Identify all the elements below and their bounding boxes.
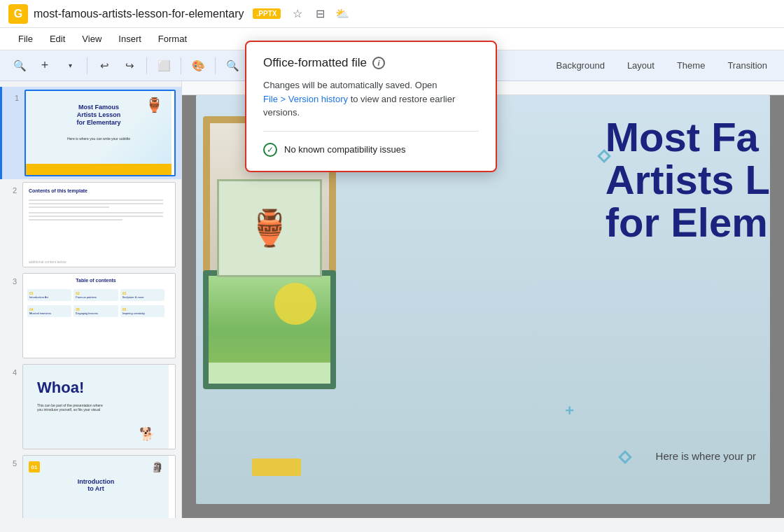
thumb-2-content: Contents of this template additional con…	[23, 183, 169, 267]
popover-title-container: Office-formatted file i	[263, 56, 479, 70]
paint-button[interactable]: 🎨	[187, 55, 209, 77]
popover-title-text: Office-formatted file	[263, 56, 367, 70]
theme-button[interactable]: Theme	[668, 57, 713, 74]
print-button[interactable]: ⬜	[153, 55, 175, 77]
slide-item-2[interactable]: 2 Contents of this template additional c…	[0, 179, 181, 270]
thumb-1-bar	[26, 164, 172, 175]
slides-panel: 1 Most FamousArtists Lessonfor Elementar…	[0, 81, 182, 518]
thumb-1-content: Most FamousArtists Lessonfor Elementary …	[26, 91, 172, 175]
popover-body-text-1: Changes will be automatically saved. Ope…	[263, 80, 438, 90]
thumb-1-subtitle: Here is where you can write your subtitl…	[64, 136, 134, 141]
thumb-4-title: Whoa!	[37, 379, 84, 397]
dropdown-button[interactable]: ▾	[59, 55, 81, 77]
top-bar: G most-famous-artists-lesson-for-element…	[0, 0, 784, 28]
slide-number-1: 1	[8, 94, 19, 102]
slide-item-5[interactable]: 5 01 Introductionto Art 🗿	[0, 452, 181, 518]
thumb-2-bottom: additional content below	[29, 260, 163, 264]
office-format-popover: Office-formatted file i Changes will be …	[245, 41, 497, 172]
thumb-2-title: Contents of this template	[29, 188, 88, 193]
slide-number-4: 4	[6, 368, 17, 377]
thumb-1-deco: 🏺	[146, 97, 163, 113]
popover-body: Changes will be automatically saved. Ope…	[263, 78, 479, 120]
menu-format[interactable]: Format	[151, 31, 194, 47]
pptx-badge: .PPTX	[253, 8, 281, 19]
thumb-3-title: Table of contents	[76, 278, 115, 283]
plus-deco: +	[565, 402, 574, 420]
slide-number-2: 2	[6, 186, 17, 195]
search-button[interactable]: 🔍	[8, 55, 31, 77]
add-button[interactable]: +	[34, 55, 56, 77]
thumb-5-deco: 🗿	[151, 461, 163, 472]
slide-number-3: 3	[6, 277, 17, 286]
toolbar-divider-3	[181, 57, 181, 74]
version-history-link[interactable]: File > Version history	[263, 94, 348, 104]
cloud-icon[interactable]: ⛅	[334, 6, 351, 22]
thumb-2-lines	[29, 200, 163, 223]
toolbar-divider-4	[215, 57, 216, 74]
slide-thumbnail-1: Most FamousArtists Lessonfor Elementary …	[24, 90, 176, 176]
info-icon: i	[372, 57, 385, 69]
undo-button[interactable]: ↩	[93, 55, 115, 77]
folder-icon[interactable]: ⊟	[312, 6, 328, 22]
slide-toolbar-right: Background Layout Theme Transition	[547, 57, 776, 74]
slide-number-5: 5	[6, 459, 17, 468]
thumb-1-title: Most FamousArtists Lessonfor Elementary	[57, 104, 141, 126]
popover-compat: ✓ No known compatibility issues	[263, 143, 479, 157]
thumb-4-text: This can be part of the presentation whe…	[37, 403, 107, 412]
compat-text: No known compatibility issues	[284, 144, 405, 155]
toolbar-divider-2	[146, 57, 147, 74]
thumb-4-content: Whoa! This can be part of the presentati…	[23, 365, 169, 449]
compat-icon: ✓	[263, 143, 277, 157]
menu-insert[interactable]: Insert	[111, 31, 148, 47]
slide-item-4[interactable]: 4 Whoa! This can be part of the presenta…	[0, 361, 181, 452]
art-frame-bottom	[203, 270, 336, 389]
app-icon: G	[8, 4, 28, 24]
vase-frame: 🏺	[217, 179, 322, 277]
thumb-3-grid: 01Introduction Art 02Famous painters 03S…	[27, 289, 164, 317]
menu-view[interactable]: View	[75, 31, 108, 47]
menu-edit[interactable]: Edit	[43, 31, 72, 47]
transition-button[interactable]: Transition	[719, 57, 776, 74]
thumb-4-deco: 🐕	[139, 426, 155, 442]
thumb-5-num: 01	[29, 461, 40, 472]
toolbar-divider-1	[87, 57, 88, 74]
slide-thumbnail-2: Contents of this template additional con…	[22, 182, 176, 267]
diamond-deco-2	[618, 450, 632, 464]
zoom-out-button[interactable]: 🔍	[221, 55, 244, 77]
file-name: most-famous-artists-lesson-for-elementar…	[34, 8, 244, 20]
thumb-3-content: Table of contents 01Introduction Art 02F…	[23, 274, 169, 358]
menu-file[interactable]: File	[11, 31, 40, 47]
layout-button[interactable]: Layout	[619, 57, 663, 74]
slide-thumbnail-4: Whoa! This can be part of the presentati…	[22, 364, 176, 449]
background-button[interactable]: Background	[547, 57, 612, 74]
star-icon[interactable]: ☆	[289, 6, 306, 22]
thumb-5-title: Introductionto Art	[78, 478, 115, 492]
popover-divider	[263, 131, 479, 132]
slide-thumbnail-5: 01 Introductionto Art 🗿	[22, 455, 176, 518]
slide-item-3[interactable]: 3 Table of contents 01Introduction Art 0…	[0, 270, 181, 361]
slide-subtitle: Here is where your pr	[656, 450, 756, 462]
slide-main-title: Most FaArtists Lfor Elem	[606, 116, 770, 244]
slide-thumbnail-3: Table of contents 01Introduction Art 02F…	[22, 273, 176, 358]
thumb-5-content: 01 Introductionto Art 🗿	[23, 456, 169, 518]
yellow-rectangle	[252, 458, 301, 476]
top-bar-icons: ☆ ⊟ ⛅	[289, 6, 351, 22]
slide-item-1[interactable]: 1 Most FamousArtists Lessonfor Elementar…	[0, 87, 181, 179]
redo-button[interactable]: ↪	[118, 55, 141, 77]
